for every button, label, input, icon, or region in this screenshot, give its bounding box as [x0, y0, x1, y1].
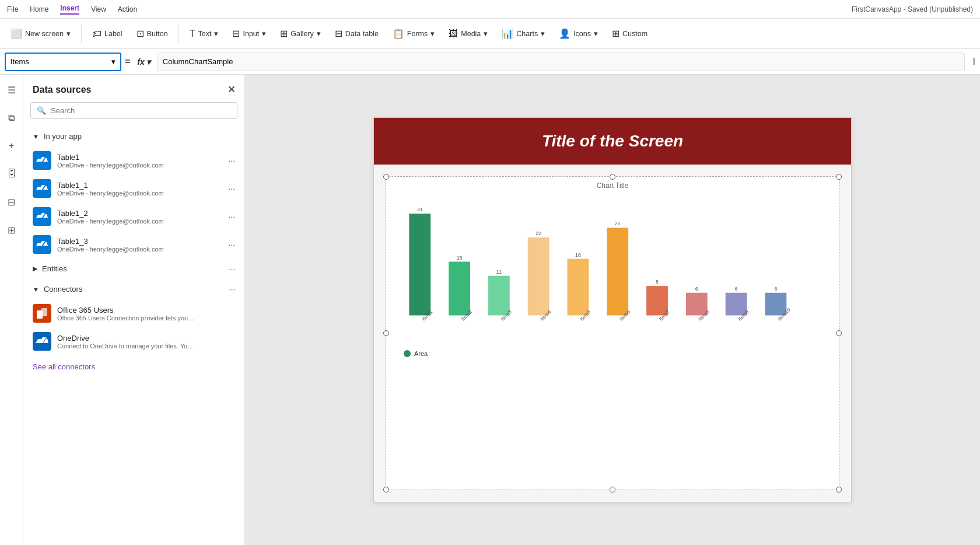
chevron-down-icon6: ▾	[484, 29, 488, 38]
chevron-down-icon5: ▾	[430, 29, 435, 38]
connector-item[interactable]: OneDrive Connect to OneDrive to manage y…	[23, 327, 244, 355]
chart-container[interactable]: Chart Title 31 Item1 15 Item2	[374, 165, 851, 502]
table-row[interactable]: Table1 OneDrive · henry.legge@outlook.co…	[23, 146, 244, 174]
in-your-app-section[interactable]: ▼ In your app	[23, 126, 244, 146]
text-icon: T	[190, 29, 195, 39]
fx-button[interactable]: fx ▾	[134, 56, 153, 68]
forms-button[interactable]: 📋 Forms ▾	[387, 26, 440, 41]
office365-icon	[33, 304, 51, 323]
connector-item[interactable]: Office 365 Users Office 365 Users Connec…	[23, 299, 244, 327]
onedrive-icon4	[33, 235, 51, 254]
entities-label: Entities	[42, 264, 67, 273]
media-button[interactable]: 🖼 Media ▾	[443, 26, 494, 41]
svg-rect-14	[568, 259, 589, 316]
button-button[interactable]: ⊡ Button	[131, 26, 174, 41]
handle-middle-right[interactable]	[836, 330, 842, 336]
hamburger-icon[interactable]: ☰	[2, 81, 21, 99]
custom-button[interactable]: ⊞ Custom	[606, 26, 653, 41]
handle-top-right[interactable]	[836, 174, 842, 180]
screen-title-bar: Title of the Screen	[374, 118, 851, 165]
chevron-down-icon3: ▾	[262, 29, 266, 38]
handle-bottom-left[interactable]	[383, 487, 389, 492]
see-all-connectors-link[interactable]: See all connectors	[23, 355, 244, 378]
sidebar-icons: ☰ ⧉ + 🗄 ⊟ ⊞	[0, 75, 23, 545]
svg-text:22: 22	[536, 230, 541, 236]
entities-menu-button[interactable]: ···	[229, 264, 235, 273]
add-icon[interactable]: +	[2, 137, 21, 155]
label-button[interactable]: 🏷 Label	[86, 26, 128, 41]
label-icon: 🏷	[92, 29, 102, 39]
layers-icon[interactable]: ⧉	[2, 109, 21, 127]
canvas-area: Title of the Screen Chart Title	[245, 75, 980, 545]
data-icon[interactable]: 🗄	[2, 165, 21, 183]
handle-bottom-right[interactable]	[836, 487, 842, 492]
charts-icon: 📊	[502, 28, 513, 39]
chevron-down-icon: ▾	[66, 29, 71, 38]
svg-text:11: 11	[496, 269, 502, 275]
connectors-label: Connectors	[44, 285, 82, 294]
gallery-icon: ⊞	[280, 28, 288, 39]
table1-3-menu-button[interactable]: ···	[228, 240, 235, 249]
connectors-section[interactable]: ▼ Connectors ···	[23, 279, 244, 299]
new-screen-button[interactable]: ⬜ New screen ▾	[5, 26, 76, 41]
bar-chart-svg: 31 Item1 15 Item2 11 Item3 22 Item4	[386, 194, 839, 346]
close-panel-button[interactable]: ✕	[228, 84, 235, 95]
table-row[interactable]: Table1_1 OneDrive · henry.legge@outlook.…	[23, 174, 244, 202]
connectors-menu-button[interactable]: ···	[229, 285, 235, 294]
svg-text:8: 8	[656, 279, 659, 285]
data-table-button[interactable]: ⊟ Data table	[329, 26, 384, 41]
controls-icon[interactable]: ⊟	[2, 193, 21, 211]
gallery-button[interactable]: ⊞ Gallery ▾	[274, 26, 327, 41]
screen-title: Title of the Screen	[542, 132, 683, 151]
svg-text:15: 15	[457, 255, 463, 261]
chart-legend: Area	[386, 348, 839, 362]
chevron-down-expanded: ▼	[33, 133, 39, 140]
handle-top-left[interactable]	[383, 174, 389, 180]
svg-text:31: 31	[417, 207, 423, 212]
search-box[interactable]: 🔍	[30, 102, 237, 119]
data-panel: Data sources ✕ 🔍 ▼ In your app Ta	[23, 75, 245, 545]
data-panel-title: Data sources	[33, 85, 92, 95]
formula-input[interactable]	[158, 53, 965, 71]
chevron-down-icon2: ▾	[214, 29, 218, 38]
menu-file[interactable]: File	[7, 5, 18, 13]
table1-2-menu-button[interactable]: ···	[228, 212, 235, 221]
variables-icon[interactable]: ⊞	[2, 221, 21, 239]
new-screen-icon: ⬜	[10, 28, 22, 39]
svg-text:6: 6	[774, 286, 777, 292]
onedrive2-icon	[33, 332, 51, 351]
menu-view[interactable]: View	[91, 5, 106, 13]
chevron-down-icon9: ▾	[111, 57, 116, 66]
screen-frame: Title of the Screen Chart Title	[373, 117, 852, 502]
input-button[interactable]: ⊟ Input ▾	[226, 26, 272, 41]
text-button[interactable]: T Text ▾	[184, 26, 225, 41]
menu-home[interactable]: Home	[30, 5, 48, 13]
svg-rect-11	[528, 237, 550, 316]
svg-rect-17	[607, 228, 628, 315]
legend-dot	[404, 350, 411, 357]
formula-bar: Items ▾ = fx ▾ I	[0, 49, 980, 75]
toolbar: ⬜ New screen ▾ 🏷 Label ⊡ Button T Text ▾…	[0, 19, 980, 49]
charts-button[interactable]: 📊 Charts ▾	[496, 26, 551, 41]
svg-rect-1	[41, 308, 47, 316]
in-your-app-label: In your app	[44, 132, 82, 141]
handle-bottom-middle[interactable]	[610, 487, 615, 492]
button-icon: ⊡	[136, 28, 144, 39]
menu-insert[interactable]: Insert	[60, 4, 79, 15]
svg-rect-5	[449, 261, 470, 315]
chevron-down-connectors: ▼	[33, 286, 39, 293]
table1-menu-button[interactable]: ···	[228, 156, 235, 165]
entities-section[interactable]: ▶ Entities ···	[23, 258, 244, 279]
handle-top-middle[interactable]	[610, 174, 615, 180]
icons-button[interactable]: 👤 Icons ▾	[553, 26, 604, 41]
table-row[interactable]: Table1_2 OneDrive · henry.legge@outlook.…	[23, 202, 244, 230]
input-icon: ⊟	[232, 28, 240, 39]
table-row[interactable]: Table1_3 OneDrive · henry.legge@outlook.…	[23, 230, 244, 258]
property-selector[interactable]: Items ▾	[5, 53, 121, 71]
chart-wrapper[interactable]: Chart Title 31 Item1 15 Item2	[386, 176, 839, 490]
search-input[interactable]	[51, 106, 231, 115]
table1-1-menu-button[interactable]: ···	[228, 184, 235, 193]
menu-action[interactable]: Action	[118, 5, 137, 13]
forms-icon: 📋	[393, 28, 404, 39]
handle-middle-left[interactable]	[383, 330, 389, 336]
